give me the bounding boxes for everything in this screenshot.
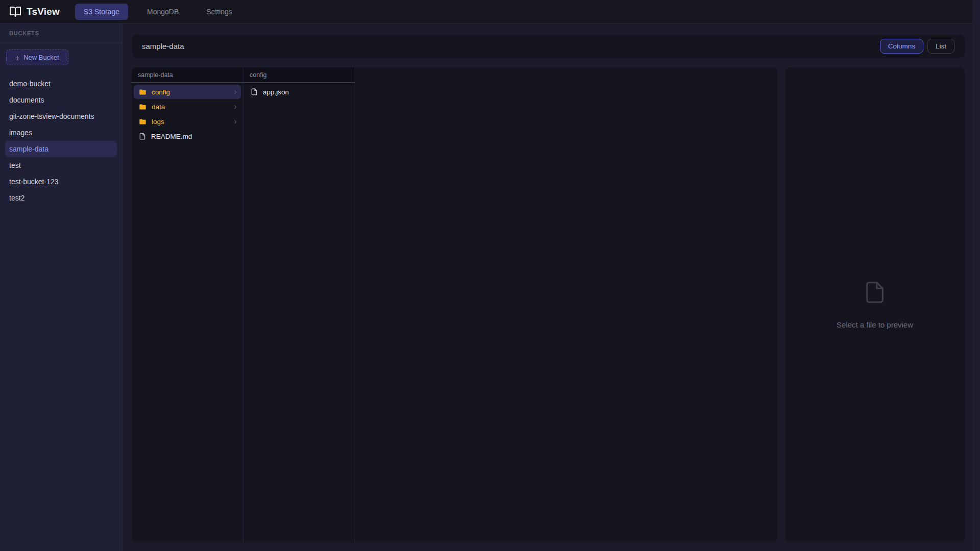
miller-column-config: configapp.json xyxy=(243,67,355,542)
title-bar: sample-data ColumnsList xyxy=(132,34,965,58)
new-bucket-button[interactable]: + New Bucket xyxy=(6,49,68,65)
folder-icon xyxy=(139,88,146,96)
view-list-button[interactable]: List xyxy=(927,39,954,54)
column-header: config xyxy=(243,67,355,83)
view-columns-button[interactable]: Columns xyxy=(880,39,923,54)
file-icon xyxy=(139,133,146,140)
new-bucket-label: New Bucket xyxy=(23,54,59,61)
app-window: TsView S3 StorageMongoDBSettings BUCKETS… xyxy=(0,0,972,551)
item-name: config xyxy=(152,88,170,96)
sidebar: BUCKETS + New Bucket demo-bucketdocument… xyxy=(0,23,122,551)
folder-item-data[interactable]: data› xyxy=(134,99,241,114)
columns-panel: sample-dataconfig›data›logs›README.mdcon… xyxy=(132,67,777,542)
preview-placeholder: Select a file to preview xyxy=(837,320,913,329)
chevron-right-icon: › xyxy=(234,87,237,97)
view-toggle: ColumnsList xyxy=(880,39,954,54)
item-name: app.json xyxy=(263,88,289,96)
sidebar-heading: BUCKETS xyxy=(0,23,122,43)
book-open-icon xyxy=(9,6,21,18)
item-name: data xyxy=(152,103,165,111)
file-item-readme-md[interactable]: README.md xyxy=(134,129,241,143)
item-name: logs xyxy=(152,118,164,126)
folder-icon xyxy=(139,103,146,111)
sidebar-item-git-zone-tsview-documents[interactable]: git-zone-tsview-documents xyxy=(5,108,117,124)
top-bar: TsView S3 StorageMongoDBSettings xyxy=(0,0,972,23)
sidebar-item-images[interactable]: images xyxy=(5,124,117,141)
chevron-right-icon: › xyxy=(234,117,237,127)
file-icon xyxy=(863,281,887,306)
sidebar-item-demo-bucket[interactable]: demo-bucket xyxy=(5,76,117,92)
sidebar-item-test2[interactable]: test2 xyxy=(5,190,117,206)
tab-mongodb[interactable]: MongoDB xyxy=(138,4,187,20)
preview-panel: Select a file to preview xyxy=(785,67,965,542)
nav-tabs: S3 StorageMongoDBSettings xyxy=(75,4,241,20)
chevron-right-icon: › xyxy=(234,102,237,112)
folder-icon xyxy=(139,118,146,126)
sidebar-item-test[interactable]: test xyxy=(5,157,117,173)
file-icon xyxy=(251,88,258,95)
column-header: sample-data xyxy=(132,67,243,83)
main-content: sample-data ColumnsList sample-dataconfi… xyxy=(122,23,972,551)
app-title: TsView xyxy=(27,6,60,17)
sidebar-item-documents[interactable]: documents xyxy=(5,92,117,108)
tab-s3-storage[interactable]: S3 Storage xyxy=(75,4,128,20)
sidebar-item-test-bucket-123[interactable]: test-bucket-123 xyxy=(5,173,117,190)
tab-settings[interactable]: Settings xyxy=(198,4,241,20)
folder-item-config[interactable]: config› xyxy=(134,85,241,99)
folder-item-logs[interactable]: logs› xyxy=(134,114,241,129)
page-title: sample-data xyxy=(142,42,184,51)
bucket-list: demo-bucketdocumentsgit-zone-tsview-docu… xyxy=(5,76,117,206)
app-logo: TsView xyxy=(9,6,60,18)
plus-icon: + xyxy=(15,54,19,61)
sidebar-item-sample-data[interactable]: sample-data xyxy=(5,141,117,157)
item-name: README.md xyxy=(151,133,192,140)
miller-column-sample-data: sample-dataconfig›data›logs›README.md xyxy=(132,67,243,542)
file-item-app-json[interactable]: app.json xyxy=(246,85,353,99)
